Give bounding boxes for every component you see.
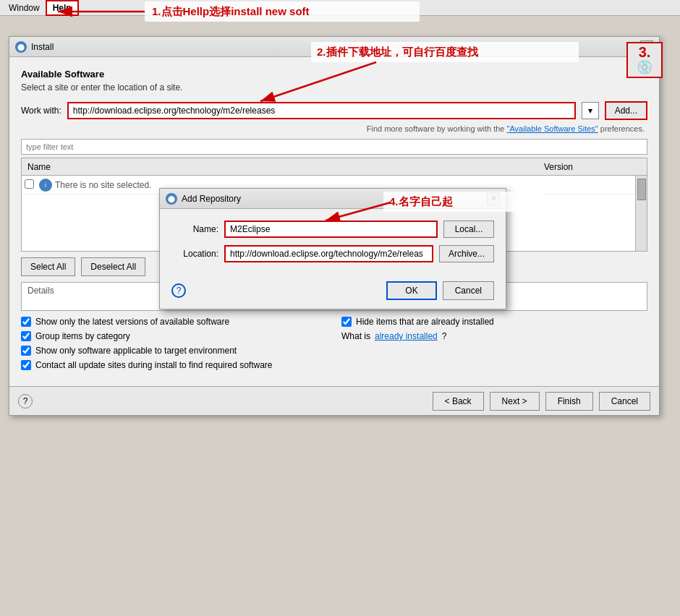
- add-repo-close[interactable]: ✕: [487, 192, 500, 205]
- table-scrollbar[interactable]: [635, 176, 647, 251]
- name-input[interactable]: [224, 221, 438, 238]
- row-text-1: There is no site selected.: [55, 180, 151, 190]
- work-with-dropdown[interactable]: ▾: [582, 102, 599, 119]
- name-label: Name:: [171, 224, 218, 234]
- find-more-text: Find more software by working with the "…: [21, 124, 647, 133]
- install-dialog-title: Install: [31, 42, 54, 52]
- work-with-row: Work with: ▾ Add...: [21, 101, 647, 120]
- install-dialog-titlebar: ⬤ Install ✕: [9, 37, 659, 57]
- opt-question-mark: ?: [442, 331, 447, 341]
- available-software-sites-link[interactable]: "Available Software Sites": [507, 124, 598, 133]
- help-icon-footer[interactable]: ?: [18, 394, 33, 408]
- opt-target-checkbox[interactable]: [21, 346, 31, 356]
- archive-button[interactable]: Archive...: [439, 245, 494, 262]
- option-already-installed: What is already installed ?: [341, 331, 647, 341]
- col-version-header: Version: [538, 162, 647, 172]
- already-installed-link[interactable]: already installed: [375, 331, 438, 341]
- select-all-button[interactable]: Select All: [21, 257, 75, 276]
- work-with-label: Work with:: [21, 106, 61, 116]
- available-software-desc: Select a site or enter the location of a…: [21, 82, 647, 93]
- options-col-left: Show only the latest versions of availab…: [21, 317, 327, 375]
- cancel-button[interactable]: Cancel: [599, 392, 650, 411]
- filter-input[interactable]: [21, 139, 647, 155]
- add-repo-titlebar: ⬤ Add Repository ✕: [160, 189, 506, 209]
- finish-button[interactable]: Finish: [545, 392, 593, 411]
- add-repo-title: Add Repository: [182, 194, 241, 204]
- next-button[interactable]: Next >: [490, 392, 540, 411]
- opt-latest-label: Show only the latest versions of availab…: [35, 317, 229, 327]
- add-repo-footer: ? OK Cancel: [160, 275, 506, 309]
- opt-group-label: Group items by category: [35, 331, 130, 341]
- option-hide-installed: Hide items that are already installed: [341, 317, 647, 327]
- scrollbar-thumb[interactable]: [637, 179, 646, 200]
- titlebar-left: ⬤ Install: [15, 41, 54, 53]
- available-software-title: Available Software: [21, 69, 647, 80]
- row-icon-1: i: [39, 179, 52, 192]
- install-dialog-icon: ⬤: [15, 41, 27, 53]
- menu-window[interactable]: Window: [3, 1, 46, 14]
- option-target-env: Show only software applicable to target …: [21, 346, 327, 356]
- opt-what-is-label: What is: [341, 331, 370, 341]
- opt-target-label: Show only software applicable to target …: [35, 346, 237, 356]
- add-button[interactable]: Add...: [605, 101, 647, 120]
- opt-latest-checkbox[interactable]: [21, 317, 31, 327]
- opt-hide-checkbox[interactable]: [341, 317, 352, 327]
- option-latest-versions: Show only the latest versions of availab…: [21, 317, 327, 327]
- location-input[interactable]: [224, 245, 433, 262]
- opt-contact-label: Contact all update sites during install …: [35, 360, 273, 370]
- menu-bar: Window Help: [0, 0, 680, 16]
- local-button[interactable]: Local...: [443, 221, 494, 238]
- add-repository-dialog: ⬤ Add Repository ✕ Name: Local... Locati…: [159, 188, 506, 309]
- table-header: Name Version: [22, 158, 647, 176]
- ok-button[interactable]: OK: [386, 281, 436, 300]
- opt-contact-checkbox[interactable]: [21, 360, 31, 370]
- work-with-input[interactable]: [67, 102, 576, 119]
- options-col-right: Hide items that are already installed Wh…: [341, 317, 647, 375]
- step3-number: 3.: [639, 45, 651, 59]
- option-contact-sites: Contact all update sites during install …: [21, 360, 327, 370]
- opt-hide-label: Hide items that are already installed: [356, 317, 494, 327]
- deselect-all-button[interactable]: Deselect All: [81, 257, 145, 276]
- step3-badge: 3. 💿: [626, 42, 663, 78]
- repo-cancel-button[interactable]: Cancel: [443, 281, 494, 300]
- opt-group-checkbox[interactable]: [21, 331, 31, 341]
- row-checkbox-1[interactable]: [25, 179, 34, 189]
- add-repo-body: Name: Local... Location: Archive...: [160, 209, 506, 275]
- location-field-row: Location: Archive...: [171, 245, 494, 262]
- menu-help[interactable]: Help: [46, 0, 79, 16]
- table-row-checkbox[interactable]: [25, 179, 39, 191]
- name-field-row: Name: Local...: [171, 221, 494, 238]
- back-button[interactable]: < Back: [433, 392, 484, 411]
- help-icon-repo[interactable]: ?: [171, 283, 186, 298]
- options-row: Show only the latest versions of availab…: [21, 317, 647, 375]
- option-group-category: Group items by category: [21, 331, 327, 341]
- add-repo-icon: ⬤: [166, 193, 177, 205]
- install-dialog-footer: ? < Back Next > Finish Cancel: [9, 386, 659, 415]
- col-name-header: Name: [22, 162, 538, 172]
- location-label: Location:: [171, 249, 218, 259]
- step3-icon: 💿: [637, 59, 653, 75]
